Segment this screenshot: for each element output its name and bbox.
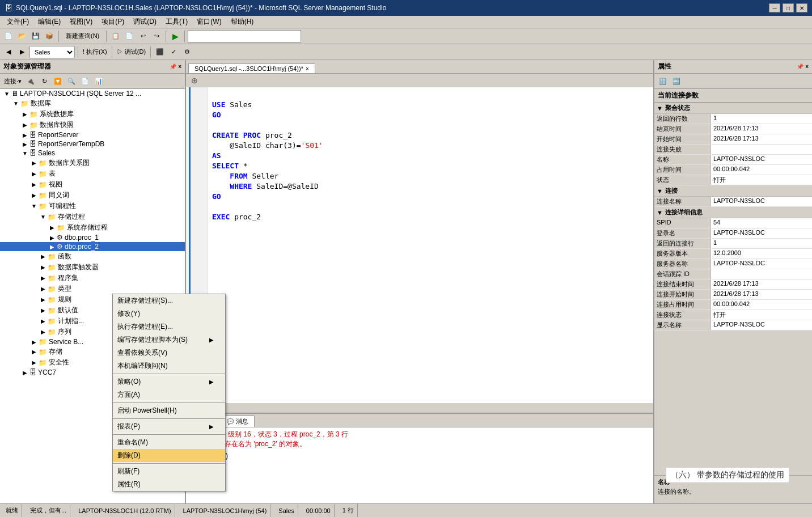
menu-view[interactable]: 视图(V) xyxy=(65,16,97,28)
expand-databases[interactable]: ▼ xyxy=(11,100,20,107)
tb-undo[interactable]: ↩ xyxy=(137,30,149,43)
expand-funcs[interactable]: ▶ xyxy=(39,253,48,260)
tree-functions[interactable]: ▶ 📁 函数 xyxy=(0,251,185,262)
ctx-properties[interactable]: 属性(R) xyxy=(113,478,225,491)
ctx-exec-sproc[interactable]: 执行存储过程(E)... xyxy=(113,320,225,333)
expand-views[interactable]: ▶ xyxy=(29,181,39,188)
oe-search[interactable]: 🔍 xyxy=(65,75,78,87)
expand-server[interactable]: ▼ xyxy=(2,91,11,97)
ctx-rename[interactable]: 重命名(M) xyxy=(113,436,225,449)
code-editor[interactable]: USE Sales GO CREATE PROC proc_2 @SaleID … xyxy=(208,87,653,403)
tree-assemblies[interactable]: ▶ 📁 程序集 xyxy=(0,273,185,283)
tree-server[interactable]: ▼ 🖥 LAPTOP-N3SLOC1H (SQL Server 12 ... xyxy=(0,89,185,98)
expand-plan[interactable]: ▶ xyxy=(39,318,48,324)
oe-new-obj[interactable]: 📄 xyxy=(79,75,91,87)
add-line-btn[interactable]: ⊕ xyxy=(188,74,201,87)
tree-sys-sproc[interactable]: ▶ 📁 系统存储过程 xyxy=(0,222,185,233)
tb-paste[interactable]: 📄 xyxy=(123,30,136,43)
oe-connect-btn[interactable]: 连接·▾ xyxy=(2,75,23,87)
tree-system-db[interactable]: ▶ 📁 系统数据库 xyxy=(0,109,185,120)
oe-report[interactable]: 📊 xyxy=(92,75,105,87)
expand-ycc7[interactable]: ▶ xyxy=(20,370,29,376)
prop-section-conn-detail[interactable]: ▼ 连接详细信息 xyxy=(654,207,812,218)
menu-file[interactable]: 文件(F) xyxy=(2,16,33,28)
ctx-script-sproc[interactable]: 编写存储过程脚本为(S) ▶ xyxy=(113,333,225,346)
tree-views[interactable]: ▶ 📁 视图 xyxy=(0,179,185,190)
tree-tables[interactable]: ▶ 📁 表 xyxy=(0,168,185,179)
tree-prog[interactable]: ▼ 📁 可编程性 xyxy=(0,201,185,211)
ctx-facets[interactable]: 方面(A) xyxy=(113,388,225,401)
expand-stor[interactable]: ▶ xyxy=(29,349,39,355)
expand-sec[interactable]: ▶ xyxy=(29,359,39,366)
tb-save[interactable]: 💾 xyxy=(29,30,42,43)
prop-sort-alpha[interactable]: 🔤 xyxy=(670,75,683,87)
expand-rpttmp[interactable]: ▶ xyxy=(20,141,29,147)
tab-close-btn[interactable]: × xyxy=(306,66,309,72)
menu-window[interactable]: 窗口(W) xyxy=(192,16,226,28)
tree-types[interactable]: ▶ 📁 类型 xyxy=(0,283,185,294)
tree-databases[interactable]: ▼ 📁 数据库 xyxy=(0,98,185,109)
tree-db-triggers[interactable]: ▶ 📁 数据库触发器 xyxy=(0,262,185,273)
expand-proc2[interactable]: ▶ xyxy=(48,244,57,250)
editor-tab-main[interactable]: SQLQuery1.sql -...3SLOC1H\myj (54))* × xyxy=(188,63,315,73)
ctx-refresh[interactable]: 刷新(F) xyxy=(113,465,225,478)
menu-debug[interactable]: 调试(D) xyxy=(129,16,161,28)
tree-proc-2[interactable]: ▶ ⚙ dbo.proc_2 xyxy=(0,242,185,251)
prop-section-connection[interactable]: ▼ 连接 xyxy=(654,185,812,197)
menu-help[interactable]: 帮助(H) xyxy=(226,16,259,28)
close-btn[interactable]: ✕ xyxy=(796,3,807,12)
ctx-modify[interactable]: 修改(Y) xyxy=(113,307,225,320)
tb-save-all[interactable]: 📦 xyxy=(43,30,56,43)
expand-syn[interactable]: ▶ xyxy=(29,192,39,198)
expand-dbrel[interactable]: ▶ xyxy=(29,160,39,166)
tree-report-server[interactable]: ▶ 🗄 ReportServer xyxy=(0,130,185,139)
tb-stop[interactable]: ⬛ xyxy=(154,46,166,58)
menu-tools[interactable]: 工具(T) xyxy=(161,16,192,28)
tree-synonyms[interactable]: ▶ 📁 同义词 xyxy=(0,190,185,201)
tree-db-snapshot[interactable]: ▶ 📁 数据库快照 xyxy=(0,120,185,130)
database-selector[interactable]: Sales xyxy=(29,46,75,58)
menu-edit[interactable]: 编辑(E) xyxy=(33,16,65,28)
execute-btn[interactable]: ! 执行(X) xyxy=(81,46,109,58)
ctx-native-compile[interactable]: 本机编译顾问(N) xyxy=(113,359,225,372)
prop-section-aggregate[interactable]: ▼ 聚合状态 xyxy=(654,103,812,114)
tb-nav-back[interactable]: ◀ xyxy=(2,46,15,58)
ctx-powershell[interactable]: 启动 PowerShell(H) xyxy=(113,404,225,417)
minimize-btn[interactable]: ─ xyxy=(769,3,780,12)
expand-rpt[interactable]: ▶ xyxy=(20,132,29,138)
expand-sb[interactable]: ▶ xyxy=(29,339,39,345)
tb-nav-fwd[interactable]: ▶ xyxy=(16,46,28,58)
tree-report-server-temp[interactable]: ▶ 🗄 ReportServerTempDB xyxy=(0,139,185,149)
ctx-reports[interactable]: 报表(P) ▶ xyxy=(113,420,225,433)
oe-refresh[interactable]: ↻ xyxy=(38,75,50,87)
tree-sales-db[interactable]: ▼ 🗄 Sales xyxy=(0,149,185,158)
server-input[interactable] xyxy=(188,30,301,43)
ctx-delete[interactable]: 删除(D) xyxy=(113,449,225,462)
results-tab-messages[interactable]: 💬 消息 xyxy=(221,416,255,427)
menu-project[interactable]: 项目(P) xyxy=(97,16,129,28)
tb-options[interactable]: ⚙ xyxy=(181,46,193,58)
tree-db-relations[interactable]: ▶ 📁 数据库关系图 xyxy=(0,158,185,168)
ctx-view-deps[interactable]: 查看依赖关系(V) xyxy=(113,346,225,359)
expand-sysdb[interactable]: ▶ xyxy=(20,111,29,117)
tb-open[interactable]: 📂 xyxy=(16,30,28,43)
tb-parse[interactable]: ✓ xyxy=(167,46,180,58)
tree-proc-1[interactable]: ▶ ⚙ dbo.proc_1 xyxy=(0,233,185,242)
expand-prog[interactable]: ▼ xyxy=(29,203,39,209)
expand-asm[interactable]: ▶ xyxy=(39,275,48,281)
prop-sort-cat[interactable]: 🔠 xyxy=(657,75,669,87)
tb-new-file[interactable]: 📄 xyxy=(2,30,15,43)
tree-stored-procs[interactable]: ▼ 📁 存储过程 xyxy=(0,211,185,222)
ctx-new-sproc[interactable]: 新建存储过程(S)... xyxy=(113,294,225,307)
ctx-policy[interactable]: 策略(O) ▶ xyxy=(113,375,225,388)
oe-disconnect[interactable]: 🔌 xyxy=(24,75,37,87)
expand-sales[interactable]: ▼ xyxy=(20,150,29,156)
tb-run[interactable]: ▶ xyxy=(169,30,181,43)
tb-redo[interactable]: ↪ xyxy=(150,30,163,43)
oe-filter[interactable]: 🔽 xyxy=(52,75,64,87)
maximize-btn[interactable]: □ xyxy=(783,3,794,12)
expand-rules[interactable]: ▶ xyxy=(39,296,48,303)
expand-dbtrig[interactable]: ▶ xyxy=(39,264,48,270)
tb-new-query[interactable]: 新建查询(N) xyxy=(62,30,103,43)
expand-def[interactable]: ▶ xyxy=(39,307,48,313)
